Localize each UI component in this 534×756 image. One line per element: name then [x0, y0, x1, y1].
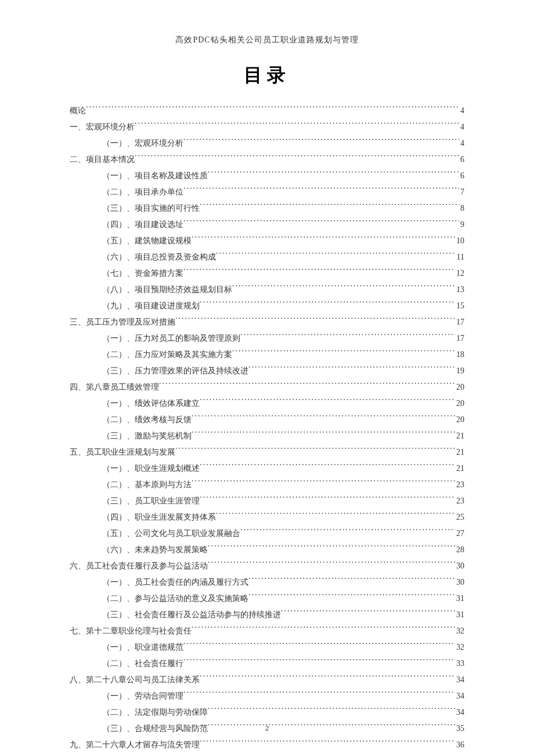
toc-entry-page: 10 — [455, 233, 464, 249]
toc-entry[interactable]: 概论4 — [70, 103, 464, 119]
toc-leader-dots — [192, 479, 455, 487]
toc-entry[interactable]: （四）、项目建设选址9 — [70, 217, 464, 233]
toc-entry-page: 23 — [455, 493, 464, 509]
toc-entry[interactable]: （八）、项目预期经济效益规划目标13 — [70, 282, 464, 298]
toc-entry[interactable]: （一）、职业道德规范32 — [70, 639, 464, 656]
toc-entry[interactable]: （二）、基本原则与方法23 — [70, 477, 464, 493]
toc-entry-label: （一）、宏观环境分析 — [102, 135, 183, 152]
toc-entry-page: 36 — [455, 737, 464, 753]
toc-entry[interactable]: （三）、激励与奖惩机制21 — [70, 428, 464, 444]
toc-entry-label: （三）、项目实施的可行性 — [102, 200, 200, 217]
toc-entry-label: （二）、基本原则与方法 — [102, 477, 192, 493]
toc-entry-label: （二）、项目承办单位 — [102, 184, 183, 200]
toc-entry[interactable]: 七、第十二章职业伦理与社会责任32 — [70, 623, 464, 639]
toc-entry[interactable]: 六、员工社会责任履行及参与公益活动30 — [70, 558, 464, 574]
toc-entry[interactable]: （一）、劳动合同管理34 — [70, 688, 464, 704]
toc-entry[interactable]: （一）、人才留存策略36 — [70, 753, 464, 756]
toc-entry[interactable]: （七）、资金筹措方案12 — [70, 265, 464, 282]
toc-entry-label: 概论 — [70, 103, 86, 119]
toc-entry-label: （二）、社会责任履行 — [102, 656, 183, 672]
toc-leader-dots — [183, 642, 455, 650]
toc-leader-dots — [232, 349, 455, 357]
toc-entry-label: 九、第二十六章人才留存与流失管理 — [70, 737, 200, 753]
toc-entry-page: 4 — [459, 135, 464, 152]
toc-entry[interactable]: （二）、绩效考核与反馈20 — [70, 412, 464, 428]
toc-leader-dots — [192, 625, 455, 633]
toc-entry-page: 21 — [455, 428, 464, 444]
toc-entry[interactable]: 二、项目基本情况6 — [70, 152, 464, 168]
toc-entry[interactable]: （一）、项目名称及建设性质6 — [70, 168, 464, 184]
toc-entry-label: （一）、项目名称及建设性质 — [102, 168, 208, 184]
toc-entry[interactable]: （九）、项目建设进度规划15 — [70, 298, 464, 314]
toc-entry-page: 32 — [455, 623, 464, 639]
toc-entry[interactable]: （五）、建筑物建设规模10 — [70, 233, 464, 249]
toc-entry[interactable]: 一、宏观环境分析4 — [70, 119, 464, 135]
toc-leader-dots — [135, 154, 459, 162]
toc-entry-page: 18 — [455, 347, 464, 363]
toc-entry-label: 一、宏观环境分析 — [70, 119, 135, 135]
toc-entry-page: 28 — [455, 542, 464, 558]
toc-entry[interactable]: （三）、压力管理效果的评估及持续改进19 — [70, 363, 464, 379]
toc-entry[interactable]: （六）、未来趋势与发展策略28 — [70, 542, 464, 558]
toc-entry[interactable]: （一）、绩效评估体系建立20 — [70, 395, 464, 412]
toc-entry-label: （五）、公司文化与员工职业发展融合 — [102, 525, 240, 542]
document-header: 高效PDC钻头相关公司员工职业道路规划与管理 — [70, 35, 464, 45]
toc-entry[interactable]: （二）、项目承办单位7 — [70, 184, 464, 200]
toc-entry-label: （九）、项目建设进度规划 — [102, 298, 200, 314]
toc-entry[interactable]: 四、第八章员工绩效管理20 — [70, 379, 464, 395]
toc-entry-label: 七、第十二章职业伦理与社会责任 — [70, 623, 192, 639]
toc-entry[interactable]: 八、第二十八章公司与员工法律关系34 — [70, 672, 464, 688]
toc-entry[interactable]: （二）、参与公益活动的意义及实施策略31 — [70, 591, 464, 607]
toc-leader-dots — [216, 512, 455, 520]
toc-entry-page: 17 — [455, 330, 464, 347]
toc-entry-label: （五）、建筑物建设规模 — [102, 233, 192, 249]
toc-entry-page: 30 — [455, 574, 464, 591]
toc-entry-page: 33 — [455, 656, 464, 672]
toc-entry-page: 32 — [455, 639, 464, 656]
toc-entry-label: （三）、员工职业生涯管理 — [102, 493, 200, 509]
page-number: 2 — [0, 723, 534, 733]
toc-leader-dots — [183, 268, 455, 276]
toc-entry-page: 31 — [455, 607, 464, 623]
toc-entry-page: 20 — [455, 379, 464, 395]
toc-leader-dots — [192, 430, 455, 438]
toc-entry[interactable]: （三）、项目实施的可行性8 — [70, 200, 464, 217]
toc-entry[interactable]: （一）、宏观环境分析4 — [70, 135, 464, 152]
toc-entry[interactable]: （三）、员工职业生涯管理23 — [70, 493, 464, 509]
toc-entry[interactable]: （四）、职业生涯发展支持体系25 — [70, 509, 464, 525]
toc-entry[interactable]: 三、员工压力管理及应对措施17 — [70, 314, 464, 330]
toc-leader-dots — [200, 495, 455, 503]
toc-entry[interactable]: （三）、社会责任履行及公益活动参与的持续推进31 — [70, 607, 464, 623]
toc-entry-page: 20 — [455, 395, 464, 412]
toc-entry[interactable]: 五、员工职业生涯规划与发展21 — [70, 444, 464, 460]
toc-entry[interactable]: （二）、压力应对策略及其实施方案18 — [70, 347, 464, 363]
toc-entry-label: （二）、绩效考核与反馈 — [102, 412, 192, 428]
toc-leader-dots — [240, 528, 455, 536]
toc-entry[interactable]: （五）、公司文化与员工职业发展融合27 — [70, 525, 464, 542]
toc-entry[interactable]: （一）、职业生涯规划概述21 — [70, 460, 464, 477]
toc-container: 概论4一、宏观环境分析4（一）、宏观环境分析4二、项目基本情况6（一）、项目名称… — [70, 103, 464, 756]
toc-entry[interactable]: （二）、社会责任履行33 — [70, 656, 464, 672]
toc-entry-page: 20 — [455, 412, 464, 428]
toc-entry[interactable]: （一）、压力对员工的影响及管理原则17 — [70, 330, 464, 347]
toc-entry[interactable]: （一）、员工社会责任的内涵及履行方式30 — [70, 574, 464, 591]
toc-entry-label: （八）、项目预期经济效益规划目标 — [102, 282, 232, 298]
toc-entry-page: 4 — [459, 103, 464, 119]
toc-entry-label: （一）、职业道德规范 — [102, 639, 183, 656]
toc-entry-label: （三）、社会责任履行及公益活动参与的持续推进 — [102, 607, 281, 623]
toc-leader-dots — [208, 544, 455, 552]
toc-entry-label: （一）、职业生涯规划概述 — [102, 460, 200, 477]
toc-entry-label: （二）、参与公益活动的意义及实施策略 — [102, 591, 248, 607]
toc-leader-dots — [232, 284, 455, 292]
toc-entry-page: 17 — [455, 314, 464, 330]
toc-leader-dots — [183, 219, 459, 227]
toc-entry[interactable]: （二）、法定假期与劳动保障34 — [70, 704, 464, 721]
toc-entry[interactable]: （六）、项目总投资及资金构成11 — [70, 249, 464, 265]
toc-leader-dots — [175, 447, 455, 455]
toc-entry-label: （四）、职业生涯发展支持体系 — [102, 509, 216, 525]
toc-leader-dots — [200, 674, 455, 682]
toc-leader-dots — [208, 707, 455, 715]
toc-entry-label: 八、第二十八章公司与员工法律关系 — [70, 672, 200, 688]
toc-entry[interactable]: 九、第二十六章人才留存与流失管理36 — [70, 737, 464, 753]
toc-entry-label: 四、第八章员工绩效管理 — [70, 379, 159, 395]
